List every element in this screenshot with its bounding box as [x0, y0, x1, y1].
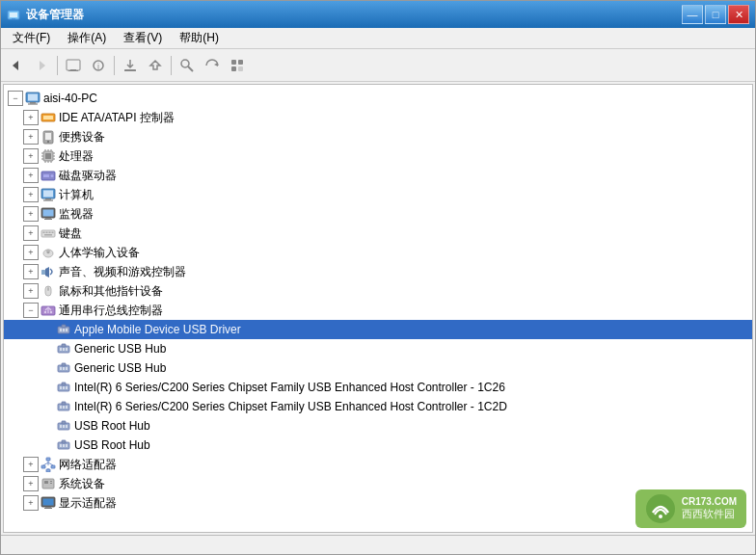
computer-label: 计算机: [59, 187, 94, 203]
svg-rect-120: [44, 508, 52, 509]
usb-ctrl-label: 通用串行总线控制器: [59, 303, 163, 319]
svg-rect-115: [50, 481, 52, 482]
expand-mouse[interactable]: +: [23, 283, 39, 299]
tree-item-usb-root-2[interactable]: USB Root Hub: [4, 436, 752, 455]
expand-cpu[interactable]: +: [23, 148, 39, 164]
toolbar-btn-4[interactable]: [144, 54, 167, 77]
svg-rect-106: [41, 465, 45, 468]
display-icon: [40, 495, 56, 511]
tree-item-usb-root-1[interactable]: USB Root Hub: [4, 416, 752, 436]
svg-rect-16: [231, 66, 236, 71]
svg-rect-43: [43, 174, 49, 177]
tree-item-ide[interactable]: + IDE ATA/ATAPI 控制器: [4, 108, 752, 127]
expand-display[interactable]: +: [23, 495, 39, 511]
expand-network[interactable]: +: [23, 457, 39, 472]
tree-item-network[interactable]: + 网络适配器: [4, 455, 752, 474]
svg-marker-3: [13, 61, 18, 70]
title-bar-controls: — □ ✕: [682, 5, 749, 24]
usb-ctrl-icon: [40, 303, 56, 318]
window-icon: [7, 8, 20, 21]
usb-hub1-icon: [56, 341, 71, 357]
svg-rect-47: [43, 200, 53, 201]
svg-rect-96: [62, 421, 66, 424]
svg-rect-54: [46, 232, 48, 234]
expand-system[interactable]: +: [23, 476, 39, 491]
svg-marker-4: [40, 61, 45, 70]
back-button[interactable]: [5, 54, 28, 77]
tree-item-apple-usb[interactable]: Apple Mobile Device USB Driver: [4, 320, 752, 339]
tree-item-intel-usb-1[interactable]: Intel(R) 6 Series/C200 Series Chipset Fa…: [4, 378, 752, 397]
tree-item-disk[interactable]: + 磁盘驱动器: [4, 166, 752, 185]
main-window: 设备管理器 — □ ✕ 文件(F) 操作(A) 查看(V) 帮助(H) i: [0, 0, 756, 555]
svg-rect-104: [66, 444, 68, 447]
toolbar-btn-6[interactable]: [201, 54, 224, 77]
svg-point-42: [51, 174, 54, 177]
menu-action[interactable]: 操作(A): [60, 28, 114, 48]
tree-item-intel-usb-2[interactable]: Intel(R) 6 Series/C200 Series Chipset Fa…: [4, 397, 752, 416]
toolbar-btn-1[interactable]: [62, 54, 85, 77]
close-button[interactable]: ✕: [728, 5, 749, 24]
portable-label: 便携设备: [59, 129, 105, 145]
svg-rect-56: [52, 232, 54, 234]
toolbar-btn-7[interactable]: [226, 54, 249, 77]
display-label: 显示适配器: [59, 495, 117, 512]
computer-icon: [25, 91, 40, 106]
expand-keyboard[interactable]: +: [23, 225, 39, 241]
ide-label: IDE ATA/ATAPI 控制器: [59, 110, 175, 126]
svg-point-122: [659, 515, 662, 518]
svg-rect-74: [66, 329, 68, 331]
svg-rect-20: [30, 102, 36, 104]
expand-audio[interactable]: +: [23, 264, 39, 279]
svg-rect-87: [60, 386, 62, 389]
svg-rect-105: [46, 458, 50, 461]
expand-computer[interactable]: +: [23, 187, 39, 202]
tree-item-computer[interactable]: + 计算机: [4, 185, 752, 204]
tree-item-hid[interactable]: + 人体学输入设备: [4, 243, 752, 262]
toolbar-sep-2: [114, 56, 115, 75]
tree-item-usb-ctrl[interactable]: − 通用串行总线控制器: [4, 301, 752, 320]
expand-ide[interactable]: +: [23, 110, 39, 125]
expand-portable[interactable]: +: [23, 129, 39, 145]
disk-label: 磁盘驱动器: [59, 168, 117, 184]
expand-usb-ctrl[interactable]: −: [23, 303, 39, 318]
intel-usb2-icon: [56, 399, 71, 414]
expand-hid[interactable]: +: [23, 245, 39, 260]
svg-marker-13: [214, 63, 218, 66]
menu-help[interactable]: 帮助(H): [172, 28, 227, 48]
expand-monitor[interactable]: +: [23, 206, 39, 222]
menu-view[interactable]: 查看(V): [116, 28, 170, 48]
minimize-button[interactable]: —: [682, 5, 703, 24]
svg-marker-62: [45, 267, 49, 278]
tree-item-portable[interactable]: + 便携设备: [4, 127, 752, 146]
toolbar-sep-1: [57, 56, 58, 75]
computer2-icon: [40, 187, 56, 202]
svg-rect-116: [50, 483, 52, 484]
toolbar-btn-3[interactable]: [119, 54, 142, 77]
svg-rect-79: [66, 348, 68, 351]
toolbar-btn-2[interactable]: i: [87, 54, 110, 77]
tree-item-generic-hub-1[interactable]: Generic USB Hub: [4, 339, 752, 358]
svg-rect-55: [49, 232, 51, 234]
toolbar-btn-5[interactable]: [176, 54, 199, 77]
tree-item-cpu[interactable]: +: [4, 146, 752, 166]
tree-item-root[interactable]: − aisi-40-PC: [4, 89, 752, 108]
tree-item-generic-hub-2[interactable]: Generic USB Hub: [4, 358, 752, 378]
tree-item-mouse[interactable]: + 鼠标和其他指针设备: [4, 281, 752, 301]
svg-rect-94: [66, 406, 68, 409]
svg-line-110: [43, 462, 48, 465]
svg-rect-107: [51, 465, 55, 468]
tree-view[interactable]: − aisi-40-PC +: [3, 84, 753, 533]
usb-root2-icon: [56, 437, 71, 453]
tree-item-monitor[interactable]: + 监视器: [4, 204, 752, 224]
svg-rect-17: [238, 66, 243, 71]
maximize-button[interactable]: □: [705, 5, 726, 24]
svg-rect-97: [60, 425, 62, 428]
expand-root[interactable]: −: [8, 91, 23, 106]
menu-file[interactable]: 文件(F): [5, 28, 58, 48]
svg-point-11: [181, 60, 189, 67]
expand-disk[interactable]: +: [23, 168, 39, 183]
forward-button[interactable]: [30, 54, 53, 77]
tree-item-keyboard[interactable]: + 键盘: [4, 224, 752, 243]
svg-rect-25: [45, 133, 51, 140]
tree-item-audio[interactable]: + 声音、视频和游戏控制器: [4, 262, 752, 281]
